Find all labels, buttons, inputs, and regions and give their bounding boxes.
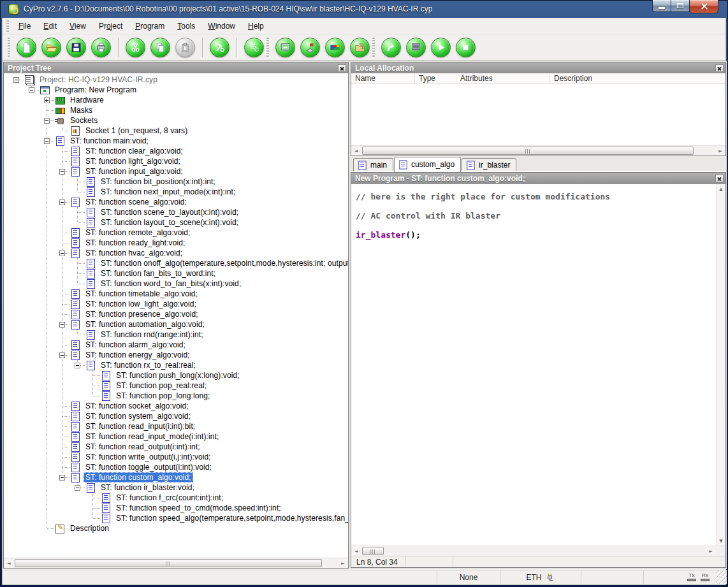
scroll-right-icon[interactable] (338, 558, 348, 568)
goto-flag-button[interactable] (300, 38, 320, 57)
settings-gears-button[interactable] (244, 38, 264, 57)
tree-node[interactable]: ST: function fan_bits_to_word:int; (4, 268, 348, 279)
local-allocation-caption-bar[interactable]: Local Allocation (351, 62, 725, 73)
tree-node[interactable]: ST: function speed_algo(temperature,setp… (4, 513, 348, 523)
tree-node[interactable]: Sockets (4, 115, 348, 126)
tree-node[interactable]: ST: function read_output(i:int):int; (4, 442, 348, 452)
tree-node[interactable]: ST: function word_to_fan_bits(x:int):voi… (4, 279, 348, 289)
tree-node[interactable]: ST: function presence_algo:void; (4, 309, 348, 319)
tree-node[interactable]: ST: function ready_light:void; (4, 238, 348, 248)
tree-node[interactable]: Socket 1 (on_request, 8 vars) (4, 126, 348, 136)
archive-transfer-button[interactable] (350, 38, 370, 57)
scroll-down-icon[interactable] (717, 536, 725, 546)
tree-node[interactable]: Masks (4, 105, 348, 115)
allocation-hscrollbar[interactable] (351, 145, 725, 156)
start-plc-button[interactable] (431, 38, 451, 57)
tree-node[interactable]: ST: function rx_to_real:real; (4, 360, 348, 370)
scroll-left-icon[interactable] (4, 558, 14, 568)
editor-close-button[interactable] (715, 175, 724, 182)
expander-minus-icon[interactable] (59, 250, 65, 256)
tree-node[interactable]: ST: function clear_algo:void; (4, 146, 348, 156)
expander-minus-icon[interactable] (59, 199, 65, 205)
tree-node[interactable]: ST: function rnd(range:int):int; (4, 330, 348, 340)
tree-node[interactable]: ST: function next_input_mode(x:int):int; (4, 187, 348, 197)
allocation-table-body[interactable] (351, 84, 725, 145)
print-button[interactable] (91, 38, 111, 57)
expander-minus-icon[interactable] (59, 475, 65, 481)
expander-minus-icon[interactable] (29, 87, 34, 93)
tree-node[interactable]: ST: function alarm_algo:void; (4, 340, 348, 350)
project-tree-close-button[interactable] (338, 64, 346, 72)
tree-node[interactable]: ST: function energy_algo:void; (4, 350, 348, 360)
expander-minus-icon[interactable] (75, 363, 80, 368)
tree-hscrollbar[interactable] (4, 558, 348, 568)
allocation-blocks-button[interactable] (325, 38, 345, 57)
tree-node[interactable]: ST: function speed_to_cmd(mode,speed:int… (4, 503, 348, 513)
menu-project[interactable]: Project (93, 19, 128, 33)
expander-minus-icon[interactable] (44, 118, 50, 124)
code-editor[interactable]: // here is the right place for custom mo… (351, 184, 716, 546)
tree-node[interactable]: Program: New Program (4, 85, 348, 95)
copy-button[interactable] (150, 38, 170, 57)
new-file-button[interactable] (17, 38, 36, 57)
tree-node[interactable]: ST: function onoff_algo(temperature,setp… (4, 258, 348, 268)
menu-program[interactable]: Program (129, 19, 170, 33)
tree-node[interactable]: ST: function read_input_mode(i:int):int; (4, 431, 348, 442)
scroll-up-icon[interactable] (717, 184, 725, 194)
tree-node[interactable]: ST: function input_algo:void; (4, 166, 348, 177)
scroll-left-icon[interactable] (351, 546, 361, 556)
tree-node[interactable]: ST: function main:void; (4, 136, 348, 146)
tree-node[interactable]: Project: HC-IQ-v129 HVAC-IR.cyp (4, 75, 348, 85)
menu-view[interactable]: View (64, 19, 92, 33)
send-program-button[interactable] (381, 38, 401, 57)
tree-node[interactable]: ST: function system_algo:void; (4, 411, 348, 421)
tree-node[interactable]: ST: function toggle_output(i:int):void; (4, 462, 348, 472)
tab-custom_algo[interactable]: custom_algo (394, 157, 461, 172)
tree-node[interactable]: ST: function layout_to_scene(x:int):void… (4, 217, 348, 228)
open-project-button[interactable] (41, 38, 61, 57)
tree-node[interactable]: ST: function ir_blaster:void; (4, 482, 348, 493)
monitor-view-button[interactable] (275, 38, 295, 57)
column-header-attributes[interactable]: Attributes (456, 73, 550, 83)
tree-node[interactable]: ST: function push_long(x:long):void; (4, 370, 348, 380)
scroll-left-icon[interactable] (351, 146, 361, 156)
column-header-name[interactable]: Name (351, 73, 415, 83)
menu-window[interactable]: Window (202, 19, 241, 33)
tree-node[interactable]: ST: function custom_algo:void; (4, 472, 348, 482)
menu-edit[interactable]: Edit (38, 19, 62, 33)
tree-node[interactable]: ST: function timetable_algo:void; (4, 289, 348, 299)
expander-minus-icon[interactable] (59, 352, 65, 358)
editor-hscrollbar[interactable] (351, 546, 725, 556)
build-tools-button[interactable] (210, 38, 229, 57)
expander-minus-icon[interactable] (59, 322, 65, 328)
scroll-right-icon[interactable] (706, 546, 716, 556)
close-window-button[interactable] (690, 0, 718, 13)
tree-node[interactable]: ST: function scene_to_layout(x:int):void… (4, 207, 348, 217)
editor-vscrollbar[interactable] (716, 184, 725, 546)
allocation-hscroll-thumb[interactable] (362, 147, 694, 155)
column-header-description[interactable]: Description (550, 73, 725, 83)
tree-node[interactable]: ST: function light_algo:void; (4, 156, 348, 166)
minimize-button[interactable] (652, 0, 671, 12)
cut-button[interactable] (126, 38, 145, 57)
project-tree-caption-bar[interactable]: Project Tree (4, 62, 348, 73)
tree-node[interactable]: ST: function pop_real:real; (4, 380, 348, 391)
title-bar[interactable]: CyPro v2.7.6 - D:\Documents\00 Robotina\… (2, 0, 726, 18)
tree-node[interactable]: ST: function automation_algo:void; (4, 319, 348, 330)
expander-minus-icon[interactable] (44, 138, 50, 144)
menu-help[interactable]: Help (242, 19, 270, 33)
maximize-button[interactable] (671, 0, 690, 12)
tree-node[interactable]: Hardware (4, 95, 348, 105)
tree-node[interactable]: ST: function socket_algo:void; (4, 401, 348, 411)
tab-ir_blaster[interactable]: ir_blaster (462, 158, 516, 171)
editor-vscroll-track[interactable] (717, 194, 725, 536)
tree-node[interactable]: ST: function hvac_algo:void; (4, 248, 348, 258)
tree-node[interactable]: ST: function scene_algo:void; (4, 197, 348, 207)
local-allocation-close-button[interactable] (715, 64, 724, 72)
tree-node[interactable]: ST: function write_output(i,j:int):void; (4, 452, 348, 462)
resize-grip[interactable] (716, 570, 727, 584)
column-header-type[interactable]: Type (415, 73, 456, 83)
menu-file[interactable]: File (13, 19, 36, 33)
tree-node[interactable]: ST: function read_input(i:int):bit; (4, 421, 348, 431)
tab-main[interactable]: main (353, 158, 393, 171)
